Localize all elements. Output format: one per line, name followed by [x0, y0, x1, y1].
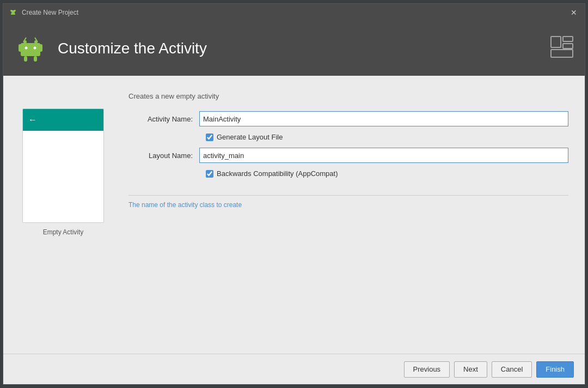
svg-rect-4 — [21, 43, 40, 56]
previous-label: Previous — [413, 365, 441, 373]
finish-label: Finish — [546, 365, 565, 373]
layout-name-label: Layout Name: — [128, 151, 199, 160]
svg-rect-6 — [39, 44, 42, 52]
svg-rect-13 — [551, 37, 561, 47]
generate-layout-checkbox-label[interactable]: Generate Layout File — [217, 133, 283, 141]
svg-point-1 — [14, 10, 14, 11]
svg-point-9 — [25, 47, 28, 50]
generate-layout-row: Generate Layout File — [128, 133, 568, 141]
backwards-compat-checkbox[interactable] — [206, 170, 213, 178]
svg-rect-7 — [24, 56, 27, 62]
content-inner: ← Empty Activity Creates a new empty act… — [20, 87, 568, 343]
header: Customize the Activity — [3, 21, 585, 76]
svg-point-0 — [11, 10, 12, 11]
hint-text: The name of the activity class to create — [128, 195, 568, 209]
activity-name-input[interactable] — [199, 111, 568, 126]
next-label: Next — [463, 365, 478, 373]
cancel-label: Cancel — [501, 365, 523, 373]
svg-point-10 — [34, 47, 36, 50]
content-area: ← Empty Activity Creates a new empty act… — [3, 76, 585, 354]
svg-rect-15 — [563, 44, 573, 48]
close-button[interactable]: ✕ — [568, 8, 579, 17]
form-description: Creates a new empty activity — [128, 92, 568, 100]
phone-top-bar: ← — [23, 109, 103, 131]
backwards-compat-row: Backwards Compatibility (AppCompat) — [128, 169, 568, 178]
activity-name-label: Activity Name: — [128, 115, 199, 123]
footer: Previous Next Cancel Finish — [3, 354, 585, 384]
preview-panel: ← Empty Activity — [20, 87, 107, 343]
svg-rect-5 — [19, 44, 22, 52]
header-title: Customize the Activity — [58, 40, 207, 57]
svg-rect-16 — [551, 50, 573, 57]
generate-layout-checkbox[interactable] — [206, 134, 213, 141]
activity-type-label: Empty Activity — [43, 228, 84, 236]
backwards-compat-label[interactable]: Backwards Compatibility (AppCompat) — [217, 169, 338, 178]
form-panel: Creates a new empty activity Activity Na… — [128, 87, 568, 343]
phone-body — [23, 131, 103, 222]
layout-preview-icon — [550, 35, 574, 62]
android-logo-icon — [14, 32, 47, 65]
dialog: Create New Project ✕ Customize the Activ… — [3, 3, 585, 385]
next-button[interactable]: Next — [454, 361, 487, 378]
back-arrow-icon: ← — [28, 115, 37, 125]
finish-button[interactable]: Finish — [536, 361, 574, 378]
phone-mockup: ← — [22, 108, 104, 223]
android-small-icon — [9, 8, 17, 17]
cancel-button[interactable]: Cancel — [492, 361, 532, 378]
title-bar-left: Create New Project — [9, 8, 78, 17]
title-bar: Create New Project ✕ — [3, 4, 585, 21]
svg-rect-8 — [34, 56, 37, 62]
activity-name-row: Activity Name: — [128, 111, 568, 126]
svg-rect-14 — [563, 37, 573, 41]
layout-name-row: Layout Name: — [128, 148, 568, 163]
title-bar-title: Create New Project — [22, 9, 78, 16]
layout-name-input[interactable] — [199, 148, 568, 163]
previous-button[interactable]: Previous — [404, 361, 450, 378]
